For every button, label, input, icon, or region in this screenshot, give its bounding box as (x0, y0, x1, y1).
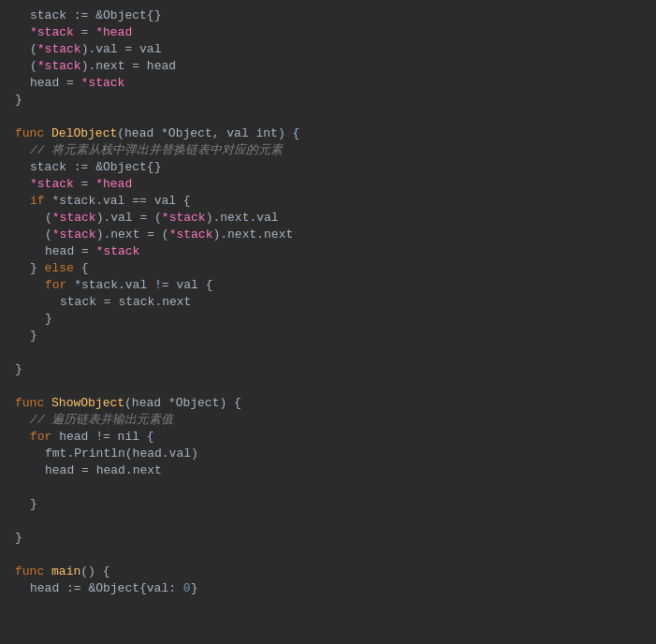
token: (head *Object) { (124, 395, 241, 412)
token: for (45, 277, 66, 294)
code-line-11: *stack = *head (0, 176, 656, 193)
token: *stack (96, 243, 140, 260)
token: ( (45, 210, 52, 227)
token: := &Object{} (66, 159, 161, 176)
token: } (30, 328, 37, 344)
token: *stack (52, 210, 96, 227)
code-line-34: func main() { (0, 564, 656, 580)
code-line-6: } (0, 92, 656, 109)
token: head = (30, 75, 81, 92)
code-line-24: func ShowObject(head *Object) { (0, 395, 656, 412)
token: func (15, 395, 44, 412)
token: 0 (183, 580, 191, 597)
token: .next (125, 462, 162, 479)
token: ).next.val (206, 210, 279, 227)
token: *stack (37, 58, 81, 75)
token: *stack (30, 176, 74, 193)
token: } (191, 580, 198, 597)
token: } (45, 311, 52, 328)
code-line-32: } (0, 530, 656, 547)
code-line-18: stack = stack.next (0, 294, 656, 311)
token: *stack.val == val { (45, 193, 191, 210)
code-line-30: } (0, 496, 656, 513)
code-line-13: (*stack).val = (*stack).next.val (0, 210, 656, 227)
token: ( (30, 41, 37, 58)
token: { (74, 260, 89, 277)
token: *stack (30, 24, 74, 41)
code-line-20: } (0, 328, 656, 344)
code-line-15: head = *stack (0, 243, 656, 260)
token: } (30, 496, 37, 513)
token: } (30, 260, 45, 277)
token: } (15, 530, 22, 547)
token: *head (95, 176, 132, 193)
code-line-28: head = head.next (0, 462, 656, 479)
code-line-9: // 将元素从栈中弹出并替换链表中对应的元素 (0, 142, 656, 159)
token: *stack (52, 227, 96, 243)
token: func (15, 564, 44, 580)
blank-line (0, 378, 656, 395)
token: *stack (162, 210, 206, 227)
code-line-25: // 遍历链表并输出元素值 (0, 412, 656, 429)
token: = (74, 462, 95, 479)
token: = (74, 176, 95, 193)
token: ).next = head (81, 58, 176, 75)
code-editor: stack := &Object{} *stack = *head (*stac… (0, 0, 656, 644)
blank-line (0, 513, 656, 530)
token: else (45, 260, 74, 277)
token: *head (95, 24, 132, 41)
token: stack (30, 7, 66, 24)
token: head != nil { (51, 429, 153, 446)
code-line-12: if *stack.val == val { (0, 193, 656, 210)
token: ).val = val (81, 41, 162, 58)
token: *stack (37, 41, 81, 58)
code-line-22: } (0, 361, 656, 378)
token: stack = stack.next (60, 294, 191, 311)
code-line-16: } else { (0, 260, 656, 277)
code-line-17: for *stack.val != val { (0, 277, 656, 294)
token: ( (117, 125, 124, 142)
token: } (15, 92, 22, 109)
token: stack (30, 159, 66, 176)
token: head := &Object{val: (30, 580, 183, 597)
token: := (66, 7, 95, 24)
code-line-8: func DelObject(head *Object, val int) { (0, 125, 656, 142)
token: *stack.val != val { (66, 277, 212, 294)
code-line-14: (*stack).next = (*stack).next.next (0, 227, 656, 243)
token: func (15, 125, 44, 142)
code-line-1: stack := &Object{} (0, 7, 656, 24)
token: for (30, 429, 51, 446)
token: ).next = ( (96, 227, 169, 243)
token: head *Object, val int) { (124, 125, 299, 142)
code-line-5: head = *stack (0, 75, 656, 92)
token: *stack (169, 227, 213, 243)
token: ).next.next (212, 227, 293, 243)
token: ShowObject (51, 395, 124, 412)
code-line-10: stack := &Object{} (0, 159, 656, 176)
token: ( (30, 58, 37, 75)
token: } (15, 361, 22, 378)
code-line-2: *stack = *head (0, 24, 656, 41)
blank-line (0, 479, 656, 496)
blank-line (0, 344, 656, 361)
code-line-4: (*stack).next = head (0, 58, 656, 75)
token: *stack (81, 75, 125, 92)
token: ( (45, 227, 52, 243)
code-line-35: head := &Object{val: 0} (0, 580, 656, 597)
token: head = (45, 243, 96, 260)
code-line-3: (*stack).val = val (0, 41, 656, 58)
token: = (74, 24, 95, 41)
code-line-19: } (0, 311, 656, 328)
token: fmt.Println(head.val) (45, 446, 198, 462)
blank-line (0, 547, 656, 564)
token (44, 125, 51, 142)
token: main (51, 564, 80, 580)
token: head (96, 462, 125, 479)
token: () { (80, 564, 109, 580)
code-line-27: fmt.Println(head.val) (0, 446, 656, 462)
token (44, 564, 51, 580)
token: head (45, 462, 74, 479)
token: ).val = ( (96, 210, 162, 227)
token: // 将元素从栈中弹出并替换链表中对应的元素 (30, 142, 283, 159)
code-line-26: for head != nil { (0, 429, 656, 446)
